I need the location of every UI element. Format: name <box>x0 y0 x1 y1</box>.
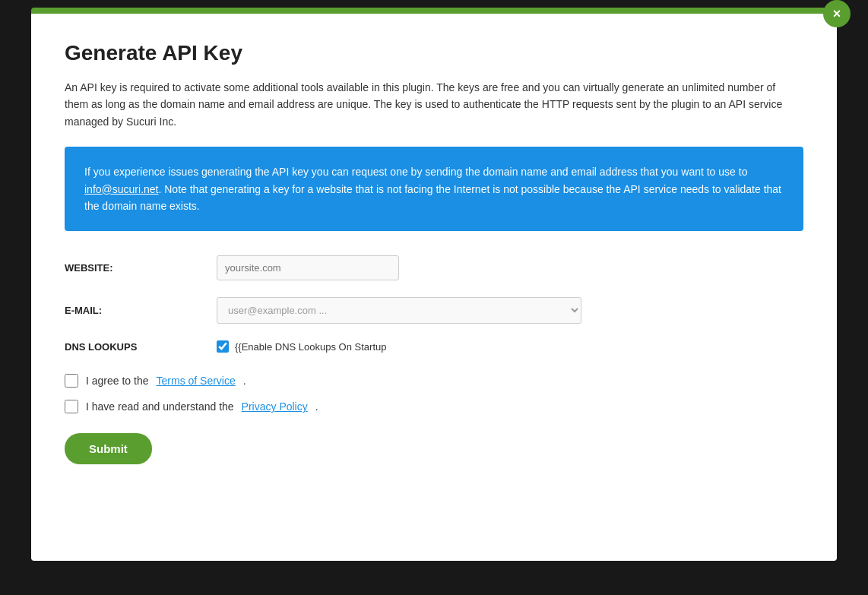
email-select[interactable]: user@example.com ... <box>217 297 581 324</box>
submit-button[interactable]: Submit <box>65 433 152 464</box>
dns-row: DNS LOOKUPS {{Enable DNS Lookups On Star… <box>65 340 803 353</box>
dns-checkbox-area: {{Enable DNS Lookups On Startup <box>217 340 386 353</box>
form-section: WEBSITE: E-MAIL: user@example.com ... DN… <box>65 255 803 353</box>
info-box-email-link[interactable]: info@sucuri.net <box>84 183 158 195</box>
tos-agree-row: I agree to the Terms of Service . <box>65 374 803 388</box>
tos-checkbox[interactable] <box>65 374 78 388</box>
modal-container: × Generate API Key An API key is require… <box>31 14 837 561</box>
tos-text-before: I agree to the <box>86 375 149 387</box>
pp-text-after: . <box>315 400 318 413</box>
website-input[interactable] <box>217 255 399 280</box>
dns-checkbox-label: {{Enable DNS Lookups On Startup <box>235 341 386 353</box>
website-label: WEBSITE: <box>65 262 217 274</box>
modal-backdrop: × Generate API Key An API key is require… <box>0 0 868 595</box>
info-box-text-after: . Note that generating a key for a websi… <box>84 183 781 212</box>
modal-title: Generate API Key <box>65 41 803 65</box>
tos-link[interactable]: Terms of Service <box>157 375 236 387</box>
pp-text-before: I have read and understand the <box>86 400 234 413</box>
tos-text-after: . <box>243 375 246 387</box>
info-box-text-before: If you experience issues generating the … <box>84 166 747 178</box>
modal-description: An API key is required to activate some … <box>65 79 794 130</box>
email-label: E-MAIL: <box>65 305 217 316</box>
pp-link[interactable]: Privacy Policy <box>242 400 308 413</box>
pp-agree-row: I have read and understand the Privacy P… <box>65 400 803 413</box>
email-row: E-MAIL: user@example.com ... <box>65 297 803 324</box>
website-row: WEBSITE: <box>65 255 803 280</box>
close-button[interactable]: × <box>823 0 851 27</box>
dns-checkbox[interactable] <box>217 340 229 353</box>
dns-label: DNS LOOKUPS <box>65 341 217 353</box>
modal-wrapper: × Generate API Key An API key is require… <box>31 8 837 561</box>
pp-checkbox[interactable] <box>65 400 78 413</box>
modal-green-bar <box>31 8 837 14</box>
info-box: If you experience issues generating the … <box>65 147 803 231</box>
